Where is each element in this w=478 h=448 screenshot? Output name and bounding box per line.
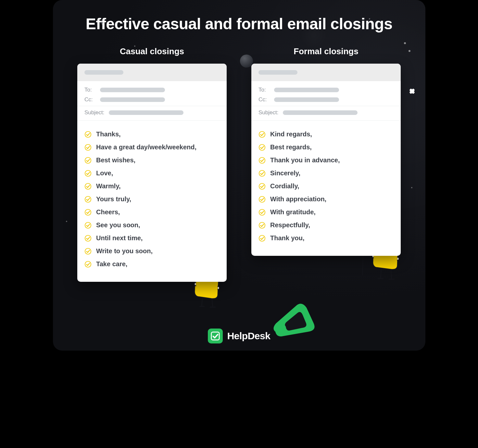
placeholder-bar (109, 110, 183, 115)
card-header (77, 64, 227, 81)
list-item-label: Best regards, (270, 143, 312, 151)
list-item: Write to you soon, (84, 245, 220, 258)
svg-point-4 (85, 183, 91, 189)
list-item-label: Best wishes, (96, 156, 135, 164)
field-label-subject: Subject: (84, 109, 104, 116)
list-item-label: Thanks, (96, 131, 121, 138)
placeholder-bar (274, 97, 339, 102)
placeholder-bar (100, 88, 165, 92)
check-icon (258, 222, 266, 229)
svg-point-1 (85, 144, 91, 150)
list-item: Best wishes, (84, 154, 220, 167)
svg-point-0 (85, 131, 91, 137)
check-icon (84, 144, 92, 151)
decor-plus-icon: + (100, 19, 104, 27)
formal-list: Kind regards,Best regards,Thank you in a… (251, 121, 401, 256)
check-icon (258, 196, 266, 203)
svg-point-11 (259, 131, 265, 137)
list-item: Cordially, (258, 180, 394, 193)
helpdesk-logo-icon (208, 329, 223, 343)
columns-container: Casual closings To: Cc: Subject: (53, 43, 425, 282)
list-item: Until next time, (84, 232, 220, 245)
svg-point-6 (85, 209, 91, 215)
formal-card: To: Cc: Subject: Kind regards,Best regar… (251, 64, 401, 256)
list-item: Respectfully, (258, 219, 394, 232)
field-label-cc: Cc: (84, 96, 95, 103)
svg-point-10 (85, 261, 91, 267)
card-fields: To: Cc: (251, 81, 401, 106)
list-item: Have a great day/week/weekend, (84, 141, 220, 154)
list-item: Thank you, (258, 232, 394, 245)
field-label-to: To: (258, 87, 270, 93)
list-item: See you soon, (84, 219, 220, 232)
list-item-label: Warmly, (96, 182, 121, 190)
field-label-subject: Subject: (258, 109, 278, 116)
svg-point-8 (85, 235, 91, 241)
placeholder-bar (258, 70, 297, 75)
formal-heading: Formal closings (251, 46, 401, 56)
list-item-label: Until next time, (96, 234, 143, 242)
check-icon (84, 235, 92, 242)
svg-point-17 (259, 209, 265, 215)
list-item: Kind regards, (258, 128, 394, 141)
list-item-label: With gratitude, (270, 208, 316, 216)
list-item: With gratitude, (258, 206, 394, 219)
check-icon (258, 170, 266, 177)
svg-point-3 (85, 170, 91, 176)
check-icon (258, 144, 266, 151)
list-item-label: Sincerely, (270, 169, 300, 177)
check-icon (258, 209, 266, 216)
subject-row: Subject: (77, 106, 227, 121)
list-item-label: Yours truly, (96, 195, 131, 203)
card-fields: To: Cc: (77, 81, 227, 106)
check-icon (84, 209, 92, 216)
list-item-label: Cordially, (270, 182, 299, 190)
footer: HelpDesk (53, 329, 425, 343)
list-item: Thank you in advance, (258, 154, 394, 167)
list-item: Cheers, (84, 206, 220, 219)
cc-row: Cc: (84, 95, 220, 105)
check-icon (84, 261, 92, 268)
check-icon (84, 131, 92, 138)
list-item-label: Have a great day/week/weekend, (96, 143, 196, 151)
svg-point-9 (85, 248, 91, 254)
svg-point-7 (85, 222, 91, 228)
casual-column: Casual closings To: Cc: Subject: (77, 43, 227, 282)
list-item-label: Cheers, (96, 208, 120, 216)
list-item: Warmly, (84, 180, 220, 193)
list-item-label: Kind regards, (270, 131, 312, 138)
to-row: To: (84, 85, 220, 95)
list-item-label: Respectfully, (270, 221, 310, 229)
list-item: Sincerely, (258, 167, 394, 180)
check-icon (84, 183, 92, 190)
check-icon (84, 157, 92, 164)
infographic-stage: + + Effective casual and formal email cl… (53, 0, 425, 351)
list-item: Yours truly, (84, 193, 220, 206)
list-item: Take care, (84, 258, 220, 271)
check-icon (84, 196, 92, 203)
formal-column: Formal closings To: Cc: Subject: (251, 43, 401, 282)
footer-brand: HelpDesk (227, 330, 270, 342)
list-item-label: Thank you in advance, (270, 156, 340, 164)
to-row: To: (258, 85, 394, 95)
casual-card: To: Cc: Subject: Thanks,Have a great day… (77, 64, 227, 282)
placeholder-bar (84, 70, 123, 75)
check-icon (258, 183, 266, 190)
list-item: Thanks, (84, 128, 220, 141)
svg-rect-25 (211, 332, 219, 340)
svg-point-16 (259, 196, 265, 202)
card-header (251, 64, 401, 81)
check-icon (258, 131, 266, 138)
check-icon (84, 222, 92, 229)
list-item-label: Thank you, (270, 234, 305, 242)
check-icon (84, 170, 92, 177)
svg-point-2 (85, 157, 91, 163)
list-item-label: Love, (96, 169, 113, 177)
list-item: With appreciation, (258, 193, 394, 206)
check-icon (258, 157, 266, 164)
field-label-cc: Cc: (258, 96, 270, 103)
casual-heading: Casual closings (77, 46, 227, 56)
list-item-label: With appreciation, (270, 195, 326, 203)
list-item: Best regards, (258, 141, 394, 154)
svg-point-15 (259, 183, 265, 189)
